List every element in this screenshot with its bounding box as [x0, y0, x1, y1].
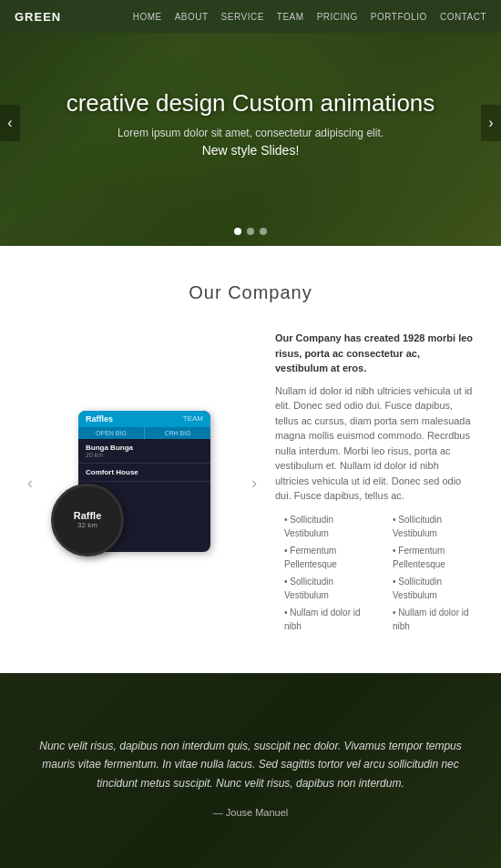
company-section: Our Company ‹ Raffles TEAM OPEN BIG CRH … [0, 246, 501, 673]
phone-sub: TEAM [183, 414, 203, 423]
company-title: Our Company [27, 282, 474, 303]
testimonial-content: Nunc velit risus, dapibus non interdum q… [32, 737, 469, 818]
company-text: Our Company has created 1928 morbi leo r… [275, 331, 474, 637]
phone-header: Raffles TEAM [78, 411, 210, 427]
company-body: Nullam id dolor id nibh ultricies vehicu… [275, 383, 474, 504]
nav-link-pricing[interactable]: PRICING [317, 12, 358, 22]
hero-title: creative design Custom animations [66, 89, 435, 117]
hero-dot-1[interactable] [234, 228, 241, 235]
phone-item-name-1: Bunga Bunga [86, 444, 203, 452]
phone-tab-1[interactable]: OPEN BIG [78, 427, 145, 439]
list-item: • Fermentum Pellentesque [275, 544, 365, 571]
company-carousel: Raffles TEAM OPEN BIG CRH BIG Bunga Bung… [51, 411, 233, 557]
hero-content: creative design Custom animations Lorem … [66, 89, 435, 158]
company-list-cols: • Sollicitudin Vestibulum• Fermentum Pel… [275, 513, 474, 637]
hero-section: ‹ creative design Custom animations Lore… [0, 0, 501, 246]
nav-links: HOMEABOUTSERVICETEAMPRICINGPORTFOLIOCONT… [133, 12, 486, 22]
company-heading: Our Company has created 1928 morbi leo r… [275, 331, 474, 376]
testimonial-author: — Jouse Manuel [32, 807, 469, 818]
hero-prev-button[interactable]: ‹ [0, 105, 20, 141]
list-item: • Sollicitudin Vestibulum [383, 575, 474, 602]
hero-dot-2[interactable] [247, 228, 254, 235]
nav-link-home[interactable]: HOME [133, 12, 162, 22]
company-next-button[interactable]: › [251, 474, 257, 493]
testimonial-section: Nunc velit risus, dapibus non interdum q… [0, 673, 501, 869]
phone-tab-2[interactable]: CRH BIG [145, 427, 210, 439]
nav-link-contact[interactable]: CONTACT [440, 12, 486, 22]
phone-item-name-2: Comfort House [86, 468, 203, 476]
hero-subtitle: Lorem ipsum dolor sit amet, consectetur … [66, 127, 435, 139]
company-col-1: • Sollicitudin Vestibulum• Fermentum Pel… [275, 513, 365, 637]
nav-link-team[interactable]: TEAM [277, 12, 304, 22]
list-item: • Sollicitudin Vestibulum [383, 513, 474, 540]
list-item: • Nullam id dolor id nibh [383, 606, 474, 633]
watch-label: Raffle [74, 510, 102, 521]
company-inner: ‹ Raffles TEAM OPEN BIG CRH BIG Bunga Bu… [27, 331, 474, 637]
phone-item-2: Comfort House [78, 464, 210, 482]
list-item: • Nullam id dolor id nibh [275, 606, 365, 633]
list-item: • Sollicitudin Vestibulum [275, 575, 365, 602]
company-col-2: • Sollicitudin Vestibulum• Fermentum Pel… [383, 513, 474, 637]
watch-mockup: Raffle 32 km [51, 484, 124, 557]
navbar: GREEN HOMEABOUTSERVICETEAMPRICINGPORTFOL… [0, 0, 501, 33]
nav-link-service[interactable]: SERVICE [221, 12, 264, 22]
phone-item-sub-1: 20 km [86, 452, 203, 458]
hero-dot-3[interactable] [260, 228, 267, 235]
hero-next-button[interactable]: › [481, 105, 501, 141]
phone-title: Raffles [86, 414, 113, 424]
watch-km: 32 km [77, 521, 97, 529]
list-item: • Fermentum Pellentesque [383, 544, 474, 571]
nav-brand: GREEN [15, 10, 61, 24]
nav-link-about[interactable]: ABOUT [175, 12, 209, 22]
hero-dots [234, 228, 267, 235]
hero-tagline: New style Slides! [66, 143, 435, 158]
nav-link-portfolio[interactable]: PORTFOLIO [371, 12, 427, 22]
list-item: • Sollicitudin Vestibulum [275, 513, 365, 540]
phone-item-1: Bunga Bunga 20 km [78, 439, 210, 464]
phone-tabs: OPEN BIG CRH BIG [78, 427, 210, 439]
company-prev-button[interactable]: ‹ [27, 474, 33, 493]
testimonial-text: Nunc velit risus, dapibus non interdum q… [32, 737, 469, 792]
